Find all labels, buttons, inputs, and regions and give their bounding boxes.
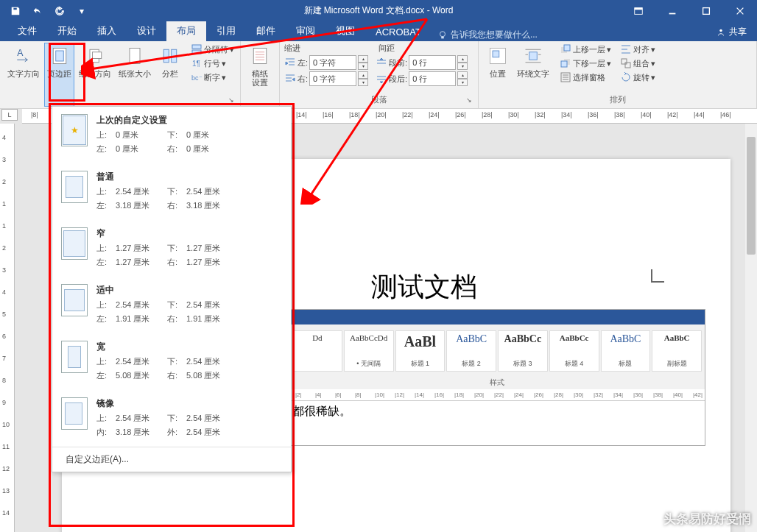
svg-rect-3	[703, 7, 710, 14]
margin-preset-normal[interactable]: 普通 上:2.54 厘米下:2.54 厘米 左:3.18 厘米右:3.18 厘米	[52, 163, 291, 220]
indent-right-field[interactable]: 右:0 字符▴▾	[284, 71, 368, 86]
corner-mark-icon	[651, 269, 664, 283]
position-button[interactable]: 位置	[483, 43, 513, 94]
breaks-button[interactable]: 分隔符 ▾	[189, 43, 236, 56]
hyphenation-button[interactable]: bc⁻断字 ▾	[189, 71, 236, 84]
svg-rect-5	[441, 36, 444, 38]
svg-point-6	[719, 29, 722, 32]
text-direction-icon: A	[12, 44, 35, 68]
rotate-button[interactable]: 旋转 ▾	[619, 71, 657, 84]
ribbon-tabs: 文件 开始 插入 设计 布局 引用 邮件 审阅 视图 ACROBAT 告诉我您想…	[0, 21, 757, 41]
style-item[interactable]: AaBbCc标题 3	[498, 330, 548, 372]
share-button[interactable]: 共享	[705, 23, 757, 41]
tab-view[interactable]: 视图	[325, 21, 365, 41]
style-item[interactable]: AaBbCc标题 4	[549, 330, 599, 372]
style-item[interactable]: AaBbC标题 2	[446, 330, 496, 372]
ruler-tab-marker[interactable]: L	[1, 109, 18, 121]
style-item[interactable]: Dd	[292, 330, 342, 372]
indent-left-field[interactable]: 左:0 字符▴▾	[284, 55, 368, 70]
tab-file[interactable]: 文件	[7, 21, 47, 41]
embedded-screenshot: DdAaBbCcDd• 无间隔AaBl标题 1AaBbC标题 2AaBbCc标题…	[289, 309, 705, 446]
style-item[interactable]: AaBbC副标题	[652, 330, 702, 372]
indent-left-icon	[284, 57, 296, 68]
vertical-ruler[interactable]: 43211234567891011121314	[0, 124, 15, 532]
selection-pane-button[interactable]: 选择窗格	[558, 71, 613, 84]
ribbon-display-icon[interactable]	[622, 0, 655, 21]
orientation-button[interactable]: 纸张方向	[76, 43, 114, 107]
margins-button[interactable]: 页边距	[44, 43, 74, 107]
spacing-before-field[interactable]: 段前:0 行▴▾	[376, 55, 468, 70]
spacing-after-icon	[376, 73, 387, 85]
size-button[interactable]: 纸张大小	[116, 43, 154, 107]
spacing-after-field[interactable]: 段后:0 行▴▾	[376, 71, 468, 86]
tab-review[interactable]: 审阅	[286, 21, 325, 41]
page-setup-group: A 文字方向 页边距 纸张方向 纸张大小 分栏 分隔符 ▾ 1¶行号 ▾	[0, 41, 241, 108]
tab-design[interactable]: 设计	[127, 21, 166, 41]
bring-forward-button[interactable]: 上移一层 ▾	[558, 43, 613, 56]
tab-acrobat[interactable]: ACROBAT	[365, 24, 432, 41]
margins-icon	[48, 44, 71, 68]
spacing-before-icon	[376, 57, 387, 68]
svg-rect-26	[561, 61, 567, 67]
columns-button[interactable]: 分栏	[155, 43, 185, 107]
paragraph-launcher-icon[interactable]: ↘	[466, 96, 476, 107]
margin-preset-narrow[interactable]: 窄 上:1.27 厘米下:1.27 厘米 左:1.27 厘米右:1.27 厘米	[52, 220, 291, 277]
tab-layout[interactable]: 布局	[166, 21, 206, 41]
document-title[interactable]: 测试文档	[371, 269, 672, 305]
svg-rect-19	[253, 49, 267, 64]
style-item[interactable]: AaBbCcDd• 无间隔	[344, 330, 394, 372]
scrollbar-thumb[interactable]	[747, 137, 756, 255]
line-numbers-button[interactable]: 1¶行号 ▾	[189, 57, 236, 70]
manuscript-icon	[248, 44, 272, 68]
page-setup-launcher-icon[interactable]: ↘	[228, 96, 239, 107]
ribbon: A 文字方向 页边距 纸张方向 纸张大小 分栏 分隔符 ▾ 1¶行号 ▾	[0, 41, 757, 109]
tell-me[interactable]: 告诉我您想要做什么...	[437, 29, 538, 41]
margin-preset-mirror[interactable]: 镜像 上:2.54 厘米下:2.54 厘米 内:3.18 厘米外:2.54 厘米	[52, 390, 291, 447]
group-button[interactable]: 组合 ▾	[619, 57, 657, 70]
vertical-scrollbar[interactable]	[745, 124, 757, 532]
svg-text:bc⁻: bc⁻	[191, 74, 203, 82]
svg-rect-1	[635, 7, 643, 10]
indent-right-icon	[284, 73, 296, 85]
margin-thumb-icon	[61, 114, 88, 146]
svg-rect-13	[163, 49, 169, 63]
text-direction-button[interactable]: A 文字方向	[4, 43, 43, 107]
svg-rect-21	[493, 51, 499, 57]
tab-references[interactable]: 引用	[206, 21, 246, 41]
svg-rect-11	[93, 52, 102, 59]
svg-rect-15	[192, 45, 201, 49]
svg-rect-29	[625, 63, 630, 68]
align-button[interactable]: 对齐 ▾	[619, 43, 657, 56]
title-bar: ▾ 新建 Microsoft Word 文档.docx - Word	[0, 0, 757, 21]
tab-home[interactable]: 开始	[47, 21, 87, 41]
margin-preset-moderate[interactable]: 适中 上:2.54 厘米下:2.54 厘米 左:1.91 厘米右:1.91 厘米	[52, 277, 291, 333]
quick-access-toolbar: ▾	[0, 2, 91, 20]
send-backward-button[interactable]: 下移一层 ▾	[558, 57, 613, 70]
orientation-icon	[83, 44, 107, 68]
size-icon	[123, 44, 147, 68]
close-icon[interactable]	[723, 0, 757, 21]
margin-preset-last-custom[interactable]: 上次的自定义设置 上:0 厘米下:0 厘米 左:0 厘米右:0 厘米	[52, 107, 291, 163]
minimize-icon[interactable]	[655, 0, 689, 21]
maximize-icon[interactable]	[689, 0, 723, 21]
wrap-text-button[interactable]: 环绕文字	[514, 43, 552, 94]
qat-customize-icon[interactable]: ▾	[72, 2, 91, 20]
manuscript-paper-button[interactable]: 稿纸 设置	[245, 43, 275, 107]
spacing-heading: 间距	[378, 43, 395, 54]
arrange-group: 位置 环绕文字 上移一层 ▾ 下移一层 ▾ 选择窗格 对齐 ▾ 组合 ▾ 旋转 …	[479, 41, 757, 108]
style-item[interactable]: AaBl标题 1	[395, 330, 446, 372]
redo-icon[interactable]	[50, 2, 69, 20]
margin-preset-wide[interactable]: 宽 上:2.54 厘米下:2.54 厘米 左:5.08 厘米右:5.08 厘米	[52, 333, 291, 390]
wrap-text-icon	[521, 44, 545, 68]
inner-titlebar	[289, 310, 705, 324]
tab-insert[interactable]: 插入	[87, 21, 127, 41]
manuscript-paper-group: 稿纸 设置	[241, 41, 280, 108]
margin-thumb-icon	[61, 227, 88, 260]
columns-icon	[158, 44, 182, 68]
style-item[interactable]: AaBbC标题	[601, 330, 651, 372]
tab-mailings[interactable]: 邮件	[246, 21, 286, 41]
save-icon[interactable]	[6, 2, 25, 20]
undo-icon[interactable]	[28, 2, 47, 20]
position-icon	[486, 44, 510, 68]
custom-margins-button[interactable]: 自定义边距(A)...	[52, 447, 291, 472]
